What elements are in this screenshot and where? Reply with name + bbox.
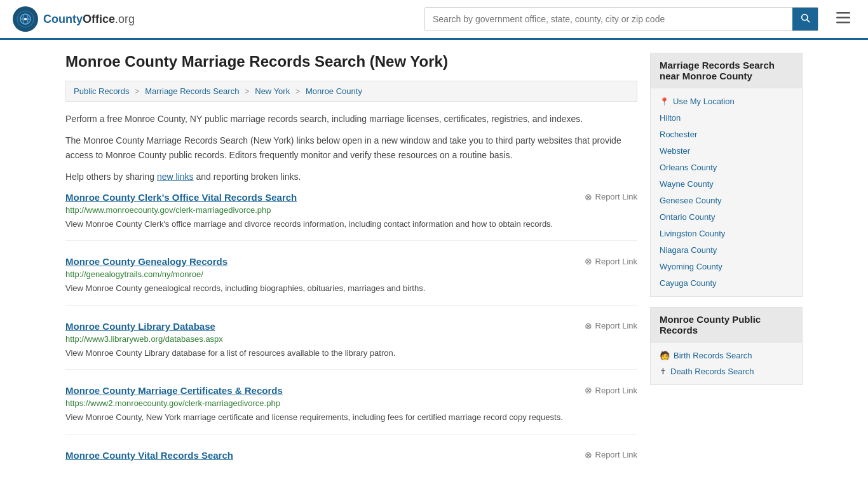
- record-title[interactable]: Monroe County Clerk's Office Vital Recor…: [65, 192, 297, 203]
- nearby-link[interactable]: Hilton: [660, 113, 681, 123]
- svg-rect-8: [836, 17, 850, 19]
- record-url[interactable]: http://genealogytrails.com/ny/monroe/: [65, 269, 637, 279]
- breadcrumb-sep-1: >: [135, 86, 142, 96]
- site-logo[interactable]: CountyOffice.org: [13, 6, 135, 32]
- nearby-link[interactable]: Rochester: [660, 130, 697, 139]
- nearby-section-title: Marriage Records Search near Monroe Coun…: [651, 53, 802, 88]
- report-icon: ⊗: [585, 385, 592, 395]
- nearby-list-item: Webster: [651, 142, 802, 159]
- sidebar: Marriage Records Search near Monroe Coun…: [650, 53, 803, 488]
- svg-point-4: [24, 18, 27, 20]
- breadcrumb: Public Records > Marriage Records Search…: [65, 81, 637, 102]
- search-input[interactable]: [425, 9, 792, 29]
- public-record-link[interactable]: Death Records Search: [670, 367, 754, 376]
- nearby-list-item: Ontario County: [651, 208, 802, 225]
- nearby-list-item: Livingston County: [651, 225, 802, 241]
- svg-rect-7: [836, 12, 850, 14]
- public-records-list: 🧑Birth Records Search✝Death Records Sear…: [651, 342, 802, 384]
- logo-icon: [13, 6, 38, 32]
- report-link-label: Report Link: [595, 257, 637, 266]
- nearby-list-item: Rochester: [651, 126, 802, 142]
- breadcrumb-monroe-county[interactable]: Monroe County: [306, 86, 362, 96]
- record-entry: Monroe County Marriage Certificates & Re…: [65, 385, 637, 435]
- record-desc: View Monroe County Library database for …: [65, 347, 637, 360]
- use-my-location-link[interactable]: Use My Location: [673, 97, 735, 106]
- record-entry: Monroe County Genealogy Records ⊗ Report…: [65, 256, 637, 306]
- nearby-link[interactable]: Webster: [660, 146, 690, 156]
- report-link-label: Report Link: [595, 450, 637, 459]
- nearby-list-item: Hilton: [651, 109, 802, 126]
- svg-rect-9: [836, 22, 850, 24]
- nearby-link[interactable]: Wayne County: [660, 179, 714, 189]
- pin-icon: 📍: [660, 97, 669, 106]
- content-area: Monroe County Marriage Records Search (N…: [65, 53, 637, 488]
- nearby-link[interactable]: Orleans County: [660, 163, 717, 172]
- nearby-list-item: Orleans County: [651, 159, 802, 175]
- report-icon: ⊗: [585, 450, 592, 460]
- nearby-link[interactable]: Niagara County: [660, 245, 717, 255]
- records-list: Monroe County Clerk's Office Vital Recor…: [65, 192, 637, 473]
- record-entry: Monroe County Library Database ⊗ Report …: [65, 321, 637, 370]
- nearby-link[interactable]: Ontario County: [660, 212, 715, 222]
- page-title: Monroe County Marriage Records Search (N…: [65, 53, 637, 71]
- desc-3: Help others by sharing new links and rep…: [65, 170, 637, 184]
- search-bar: [424, 7, 818, 31]
- record-desc: View Monroe County, New York marriage ce…: [65, 411, 637, 424]
- record-title[interactable]: Monroe County Genealogy Records: [65, 256, 227, 267]
- report-link-label: Report Link: [595, 386, 637, 395]
- nearby-link[interactable]: Livingston County: [660, 229, 725, 238]
- record-type-icon: ✝: [660, 367, 667, 376]
- record-desc: View Monroe County Clerk's office marria…: [65, 218, 637, 231]
- nearby-list-item: Genesee County: [651, 192, 802, 208]
- desc-1: Perform a free Monroe County, NY public …: [65, 112, 637, 126]
- breadcrumb-marriage-records[interactable]: Marriage Records Search: [145, 86, 239, 96]
- main-container: Monroe County Marriage Records Search (N…: [53, 40, 815, 488]
- logo-text: CountyOffice.org: [43, 13, 135, 26]
- record-url[interactable]: http://www.monroecounty.gov/clerk-marria…: [65, 205, 637, 215]
- breadcrumb-new-york[interactable]: New York: [255, 86, 290, 96]
- site-header: CountyOffice.org: [0, 0, 868, 40]
- report-link[interactable]: ⊗ Report Link: [585, 256, 637, 266]
- record-entry: Monroe County Vital Records Search ⊗ Rep…: [65, 450, 637, 473]
- public-record-item: ✝Death Records Search: [651, 363, 802, 379]
- nearby-link[interactable]: Genesee County: [660, 196, 722, 205]
- new-links-link[interactable]: new links: [157, 172, 194, 182]
- record-title[interactable]: Monroe County Library Database: [65, 321, 215, 332]
- report-icon: ⊗: [585, 256, 592, 266]
- breadcrumb-sep-2: >: [245, 86, 252, 96]
- report-link[interactable]: ⊗ Report Link: [585, 192, 637, 202]
- desc-3b: and reporting broken links.: [196, 172, 301, 182]
- breadcrumb-public-records[interactable]: Public Records: [74, 86, 129, 96]
- record-header: Monroe County Vital Records Search ⊗ Rep…: [65, 450, 637, 461]
- record-header: Monroe County Marriage Certificates & Re…: [65, 385, 637, 396]
- record-title[interactable]: Monroe County Marriage Certificates & Re…: [65, 385, 283, 396]
- report-link-label: Report Link: [595, 321, 637, 330]
- nearby-list-item: Niagara County: [651, 241, 802, 258]
- nearby-list-item: Wyoming County: [651, 258, 802, 274]
- report-link[interactable]: ⊗ Report Link: [585, 321, 637, 331]
- breadcrumb-sep-3: >: [295, 86, 302, 96]
- record-url[interactable]: http://www3.libraryweb.org/databases.asp…: [65, 334, 637, 344]
- use-my-location-item: 📍 Use My Location: [651, 93, 802, 109]
- record-entry: Monroe County Clerk's Office Vital Recor…: [65, 192, 637, 241]
- report-link-label: Report Link: [595, 192, 637, 201]
- nearby-link[interactable]: Wyoming County: [660, 262, 722, 271]
- public-records-section: Monroe County Public Records 🧑Birth Reco…: [650, 307, 803, 385]
- nearby-list-item: Cayuga County: [651, 274, 802, 291]
- public-records-title: Monroe County Public Records: [651, 308, 802, 342]
- record-header: Monroe County Library Database ⊗ Report …: [65, 321, 637, 332]
- record-desc: View Monroe County genealogical records,…: [65, 282, 637, 295]
- menu-button[interactable]: [831, 7, 855, 31]
- report-link[interactable]: ⊗ Report Link: [585, 385, 637, 395]
- nearby-list: 📍 Use My Location HiltonRochesterWebster…: [651, 88, 802, 296]
- report-link[interactable]: ⊗ Report Link: [585, 450, 637, 460]
- record-header: Monroe County Genealogy Records ⊗ Report…: [65, 256, 637, 267]
- nearby-link[interactable]: Cayuga County: [660, 278, 717, 288]
- record-title[interactable]: Monroe County Vital Records Search: [65, 450, 233, 461]
- public-record-link[interactable]: Birth Records Search: [674, 351, 752, 360]
- report-icon: ⊗: [585, 192, 592, 202]
- record-type-icon: 🧑: [660, 351, 670, 360]
- public-record-item: 🧑Birth Records Search: [651, 348, 802, 363]
- search-button[interactable]: [792, 8, 818, 30]
- record-url[interactable]: https://www2.monroecounty.gov/clerk-marr…: [65, 398, 637, 408]
